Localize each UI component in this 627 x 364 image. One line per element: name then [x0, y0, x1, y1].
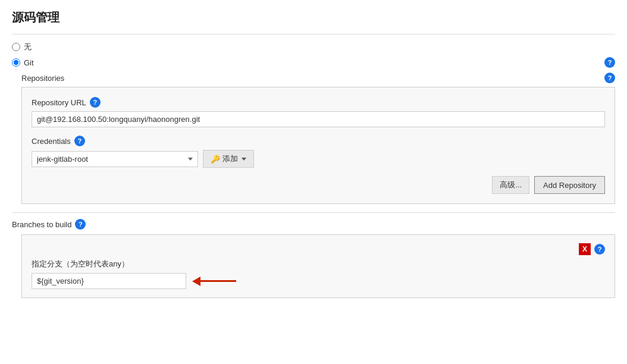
divider	[12, 34, 615, 34]
option-git-label[interactable]: Git	[24, 58, 34, 67]
repository-url-field: Repository URL ?	[32, 97, 605, 127]
credentials-label: Credentials	[32, 137, 71, 146]
help-icon-branches[interactable]: ?	[75, 219, 86, 230]
repositories-section-row: Repositories ?	[12, 73, 615, 83]
arrow-head-icon	[192, 277, 200, 286]
option-none-label[interactable]: 无	[24, 42, 32, 52]
repo-buttons-row: 高级... Add Repository	[32, 176, 605, 194]
branches-header: Branches to build ?	[12, 212, 615, 230]
repositories-label: Repositories	[21, 74, 64, 83]
add-credentials-label: 添加	[222, 153, 238, 164]
page-title: 源码管理	[12, 10, 615, 26]
credentials-field: Credentials ? jenk-gitlab-root 🔑 添加	[32, 136, 605, 168]
branches-label: Branches to build	[12, 220, 71, 229]
repository-url-input[interactable]	[32, 111, 605, 127]
add-repository-button[interactable]: Add Repository	[534, 176, 605, 194]
help-icon-repo-url[interactable]: ?	[90, 97, 101, 108]
repository-url-label-row: Repository URL ?	[32, 97, 605, 108]
add-credentials-button[interactable]: 🔑 添加	[203, 150, 254, 168]
help-icon-git[interactable]: ?	[604, 57, 615, 68]
arrow-indicator	[192, 277, 236, 286]
repository-url-label: Repository URL	[32, 98, 86, 107]
branches-box: X ? 指定分支（为空时代表any）	[21, 234, 615, 298]
branch-input[interactable]	[32, 273, 186, 289]
option-git-row: Git ?	[12, 57, 615, 68]
option-none-row: 无	[12, 42, 615, 52]
page-container: 源码管理 无 Git ? Repositories ? Repository U…	[0, 0, 627, 307]
help-icon-branch-field[interactable]: ?	[594, 244, 605, 255]
dropdown-arrow-icon	[242, 158, 246, 161]
branch-label-row: 指定分支（为空时代表any）	[32, 259, 605, 269]
delete-branch-button[interactable]: X	[579, 243, 591, 255]
radio-git[interactable]	[12, 58, 20, 67]
arrow-line	[200, 280, 236, 282]
key-icon: 🔑	[211, 155, 220, 164]
credentials-row: jenk-gitlab-root 🔑 添加	[32, 150, 605, 168]
branch-field-label: 指定分支（为空时代表any）	[32, 259, 129, 269]
advanced-button[interactable]: 高级...	[492, 176, 529, 194]
branches-section: Branches to build ? X ? 指定分支（为空时代表any）	[12, 212, 615, 298]
repositories-box: Repository URL ? Credentials ? jenk-gitl…	[21, 87, 615, 204]
help-icon-credentials[interactable]: ?	[74, 136, 85, 146]
branch-input-row	[32, 273, 605, 289]
radio-none[interactable]	[12, 43, 20, 51]
help-icon-repositories[interactable]: ?	[604, 73, 615, 83]
branch-field-header: X ?	[32, 243, 605, 255]
credentials-label-row: Credentials ?	[32, 136, 605, 146]
repositories-section-left: Repositories	[12, 74, 64, 83]
credentials-select[interactable]: jenk-gitlab-root	[32, 151, 198, 167]
